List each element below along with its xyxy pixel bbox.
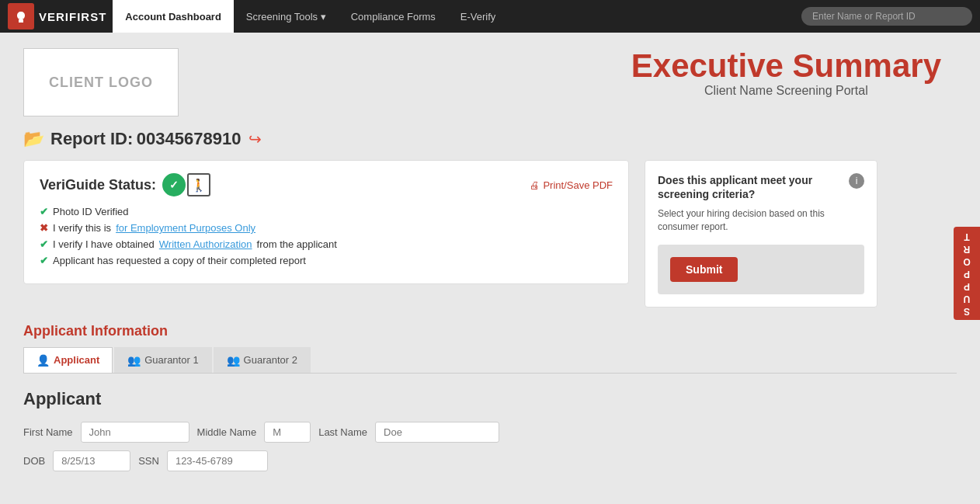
tab-guarantor1[interactable]: 👥 Guarantor 1 — [114, 347, 211, 373]
veriguide-item-3: ✔ I verify I have obtained Written Autho… — [40, 238, 613, 250]
popup-subtitle: Select your hiring decision based on thi… — [658, 207, 864, 234]
veriguide-header: VeriGuide Status: ✓ 🚶 🖨 Print/Save PDF — [40, 173, 613, 196]
badge-person-icon: 🚶 — [187, 173, 210, 196]
share-icon[interactable]: ↪ — [248, 130, 262, 148]
applicant-dob-ssn-row: DOB SSN — [23, 450, 957, 471]
nav-links: Account Dashboard Screening Tools ▾ Comp… — [113, 0, 801, 33]
popup-action-area: Submit — [658, 245, 864, 294]
tab-guarantor1-label: Guarantor 1 — [144, 354, 198, 366]
executive-summary-title: Executive Summary — [631, 48, 941, 84]
executive-summary-subtitle: Client Name Screening Portal — [631, 84, 941, 98]
tab-applicant-icon: 👤 — [36, 354, 50, 367]
check-icon-1: ✔ — [40, 206, 48, 217]
submit-button[interactable]: Submit — [670, 257, 738, 282]
check-icon-2: ✔ — [40, 238, 48, 250]
middle-name-input[interactable] — [264, 422, 311, 443]
search-input[interactable] — [801, 7, 972, 26]
veriguide-title: VeriGuide Status: ✓ 🚶 — [40, 173, 210, 196]
tab-guarantor2-icon: 👥 — [227, 354, 240, 367]
info-icon[interactable]: i — [849, 173, 864, 189]
brand-icon — [8, 3, 34, 30]
header-row: CLIENT LOGO Executive Summary Client Nam… — [23, 48, 957, 116]
badge-check-icon: ✓ — [162, 173, 186, 196]
applicant-info-title: Applicant Information — [23, 323, 957, 339]
veriguide-item-3-text-mid: from the applicant — [257, 238, 337, 250]
tab-guarantor2-label: Guarantor 2 — [244, 354, 297, 366]
last-name-label: Last Name — [318, 426, 367, 438]
dob-input[interactable] — [53, 450, 130, 471]
applicant-form-title: Applicant — [23, 389, 957, 409]
ssn-input[interactable] — [167, 450, 268, 471]
print-save-label: Print/Save PDF — [543, 179, 613, 191]
ssn-label: SSN — [138, 455, 159, 467]
veriguide-box: VeriGuide Status: ✓ 🚶 🖨 Print/Save PDF ✔… — [23, 160, 629, 284]
report-id-label: Report ID: — [50, 129, 133, 149]
svg-rect-1 — [19, 19, 23, 23]
nav-screening-tools[interactable]: Screening Tools ▾ — [234, 0, 339, 33]
first-name-label: First Name — [23, 426, 73, 438]
client-logo-text: CLIENT LOGO — [49, 75, 153, 91]
nav-compliance-forms[interactable]: Compliance Forms — [339, 0, 448, 33]
tab-guarantor2[interactable]: 👥 Guarantor 2 — [214, 347, 311, 373]
brand-name-text: VERIFIRST — [39, 10, 106, 23]
veriguide-checklist: ✔ Photo ID Verified ✖ I verify this is f… — [40, 206, 613, 266]
nav-account-dashboard[interactable]: Account Dashboard — [113, 0, 234, 33]
veriguide-item-4-text: Applicant has requested a copy of their … — [53, 255, 306, 266]
executive-summary: Executive Summary Client Name Screening … — [631, 48, 957, 98]
veriguide-title-text: VeriGuide Status: — [40, 177, 156, 193]
applicant-tabs: 👤 Applicant 👥 Guarantor 1 👥 Guarantor 2 — [23, 347, 957, 374]
veriguide-item-1: ✔ Photo ID Verified — [40, 206, 613, 217]
report-id-value: 00345678910 — [137, 129, 242, 149]
support-tab[interactable]: SUPPORT — [954, 227, 980, 320]
screening-decision-popup: Does this applicant meet your screening … — [645, 160, 877, 308]
report-id-row: 📂 Report ID: 00345678910 ↪ — [23, 129, 957, 149]
dob-label: DOB — [23, 455, 45, 467]
tab-applicant[interactable]: 👤 Applicant — [23, 347, 113, 373]
folder-icon: 📂 — [23, 129, 44, 149]
x-icon-1: ✖ — [40, 222, 48, 234]
support-label: SUPPORT — [961, 230, 972, 317]
veriguide-item-1-text: Photo ID Verified — [53, 206, 129, 217]
nav-e-verify[interactable]: E-Verify — [448, 0, 509, 33]
middle-name-label: Middle Name — [197, 426, 257, 438]
popup-inner-box: Does this applicant meet your screening … — [645, 160, 877, 308]
last-name-input[interactable] — [375, 422, 499, 443]
written-auth-link[interactable]: Written Authorization — [159, 238, 252, 250]
main-content: CLIENT LOGO Executive Summary Client Nam… — [0, 33, 980, 504]
printer-icon: 🖨 — [530, 179, 540, 191]
applicant-name-row: First Name Middle Name Last Name — [23, 422, 957, 443]
print-save-pdf-link[interactable]: 🖨 Print/Save PDF — [530, 179, 613, 191]
veriguide-item-2: ✖ I verify this is for Employment Purpos… — [40, 222, 613, 234]
applicant-info-section: Applicant Information 👤 Applicant 👥 Guar… — [23, 323, 957, 471]
veriguide-item-3-text-before: I verify I have obtained — [53, 238, 155, 250]
veriguide-item-2-text-before: I verify this is — [53, 222, 111, 234]
check-icon-3: ✔ — [40, 255, 48, 266]
veriguide-badge: ✓ 🚶 — [162, 173, 210, 196]
search-container — [801, 7, 972, 26]
client-logo: CLIENT LOGO — [23, 48, 179, 116]
popup-title: Does this applicant meet your screening … — [658, 173, 849, 201]
tab-applicant-label: Applicant — [54, 354, 99, 366]
veriguide-row: VeriGuide Status: ✓ 🚶 🖨 Print/Save PDF ✔… — [23, 160, 957, 308]
popup-header-row: Does this applicant meet your screening … — [658, 173, 864, 207]
employment-purposes-link[interactable]: for Employment Purposes Only — [116, 222, 255, 234]
navbar: VERIFIRST Account Dashboard Screening To… — [0, 0, 980, 33]
tab-guarantor1-icon: 👥 — [127, 354, 141, 367]
first-name-input[interactable] — [81, 422, 189, 443]
brand-logo[interactable]: VERIFIRST — [8, 3, 106, 30]
veriguide-item-4: ✔ Applicant has requested a copy of thei… — [40, 255, 613, 266]
